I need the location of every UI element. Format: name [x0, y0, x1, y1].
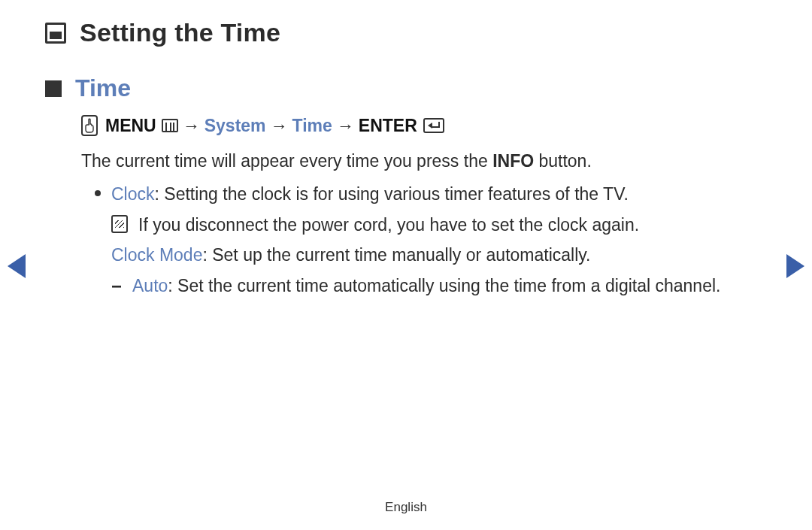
- breadcrumb-system: System: [205, 113, 266, 139]
- clock-mode-row: Clock Mode: Set up the current time manu…: [111, 242, 720, 268]
- square-bullet-icon: [45, 80, 62, 97]
- note-text: If you disconnect the power cord, you ha…: [138, 212, 639, 238]
- clock-term: Clock: [111, 184, 155, 204]
- intro-bold: INFO: [492, 151, 534, 171]
- bullet-content: Clock: Setting the clock is for using va…: [111, 181, 720, 300]
- intro-text: The current time will appear every time …: [81, 148, 767, 174]
- book-icon: [45, 23, 66, 44]
- intro-pre: The current time will appear every time …: [81, 151, 492, 171]
- arrow-icon: →: [337, 113, 354, 139]
- manual-page: Setting the Time Time MENU → System → Ti…: [0, 0, 812, 530]
- intro-post: button.: [534, 151, 592, 171]
- breadcrumb-time: Time: [292, 113, 332, 139]
- note-row: If you disconnect the power cord, you ha…: [111, 212, 720, 238]
- enter-button-icon: [423, 118, 444, 133]
- title-row: Setting the Time: [45, 18, 767, 47]
- content-block: MENU → System → Time → ENTER The current…: [81, 113, 767, 300]
- next-page-button[interactable]: [786, 254, 804, 278]
- clock-mode-text: : Set up the current time manually or au…: [202, 245, 590, 265]
- note-icon: [111, 215, 128, 233]
- auto-row: − Auto: Set the current time automatical…: [111, 273, 720, 300]
- prev-page-button[interactable]: [8, 254, 26, 278]
- hand-icon: [81, 115, 98, 136]
- auto-content: Auto: Set the current time automatically…: [132, 273, 720, 300]
- bullet-icon: [95, 190, 101, 196]
- menu-button-icon: [162, 119, 178, 132]
- auto-text: : Set the current time automatically usi…: [168, 276, 720, 295]
- breadcrumb-enter: ENTER: [359, 113, 417, 139]
- clock-text: : Setting the clock is for using various…: [155, 184, 629, 204]
- breadcrumb: MENU → System → Time → ENTER: [81, 113, 767, 139]
- dash-icon: −: [111, 273, 122, 300]
- bullet-item-clock: Clock: Setting the clock is for using va…: [95, 181, 767, 300]
- clock-mode-term: Clock Mode: [111, 245, 202, 265]
- bullet-list: Clock: Setting the clock is for using va…: [95, 181, 767, 300]
- breadcrumb-menu: MENU: [105, 113, 156, 139]
- page-title: Setting the Time: [80, 18, 280, 47]
- arrow-icon: →: [183, 113, 200, 139]
- footer-language: English: [0, 500, 812, 515]
- arrow-icon: →: [271, 113, 288, 139]
- section-heading: Time: [75, 74, 131, 102]
- section-row: Time: [45, 74, 767, 102]
- auto-term: Auto: [132, 276, 168, 295]
